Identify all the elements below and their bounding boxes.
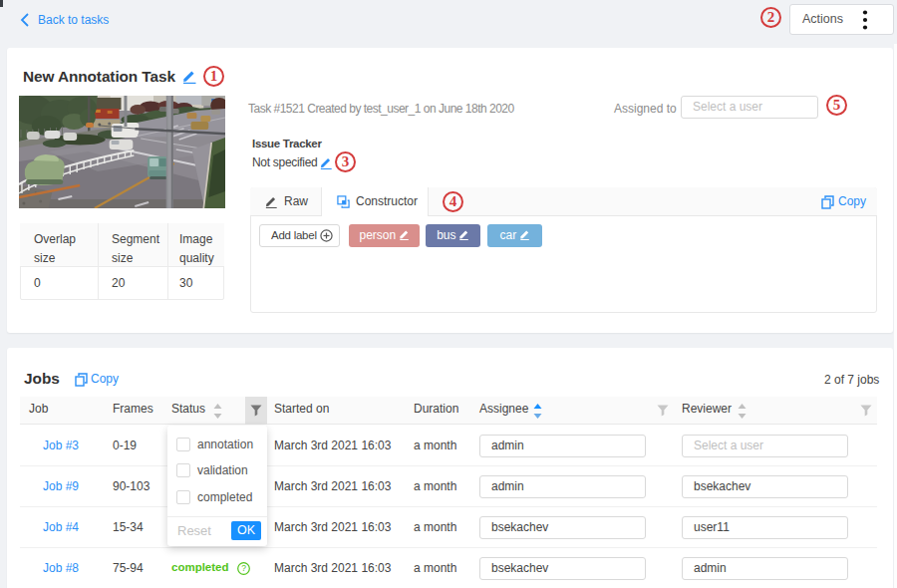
svg-text:?: ? (241, 563, 246, 573)
